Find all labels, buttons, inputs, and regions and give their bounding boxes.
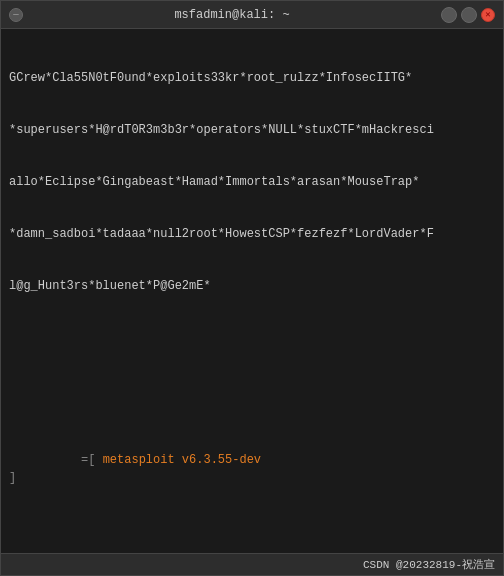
minimize-button[interactable]: — [9, 8, 23, 22]
msf-version-line: =[ metasploit v6.3.55-dev ] [9, 435, 495, 505]
circle-btn-1[interactable] [441, 7, 457, 23]
terminal-body[interactable]: GCrew*Cla55N0tF0und*exploits33kr*root_ru… [1, 29, 503, 553]
terminal-window: — msfadmin@kali: ~ ✕ GCrew*Cla55N0tF0und… [0, 0, 504, 576]
status-bar: CSDN @20232819-祝浩宣 [1, 553, 503, 575]
circle-btn-2[interactable] [461, 7, 477, 23]
status-right: CSDN @20232819-祝浩宣 [363, 557, 495, 572]
titlebar: — msfadmin@kali: ~ ✕ [1, 1, 503, 29]
msf-version-text: metasploit v6.3.55-dev [103, 453, 261, 467]
close-button[interactable]: ✕ [481, 8, 495, 22]
exploits-line: + -- --=[ + -- --=[ 2397 exploits - 1235… [9, 539, 495, 553]
blank-line-1 [9, 331, 495, 348]
banner-line-3: allo*Eclipse*Gingabeast*Hamad*Immortals*… [9, 174, 495, 191]
banner-line-5: l@g_Hunt3rs*bluenet*P@Ge2mE* [9, 278, 495, 295]
window-title: msfadmin@kali: ~ [23, 8, 441, 22]
banner-line-2: *superusers*H@rdT0R3m3b3r*operators*NULL… [9, 122, 495, 139]
status-left [9, 559, 16, 571]
banner-line-4: *damn_sadboi*tadaaa*null2root*HowestCSP*… [9, 226, 495, 243]
banner-line-1: GCrew*Cla55N0tF0und*exploits33kr*root_ru… [9, 70, 495, 87]
titlebar-left: — [9, 8, 23, 22]
blank-line-2 [9, 383, 495, 400]
titlebar-controls: ✕ [441, 7, 495, 23]
